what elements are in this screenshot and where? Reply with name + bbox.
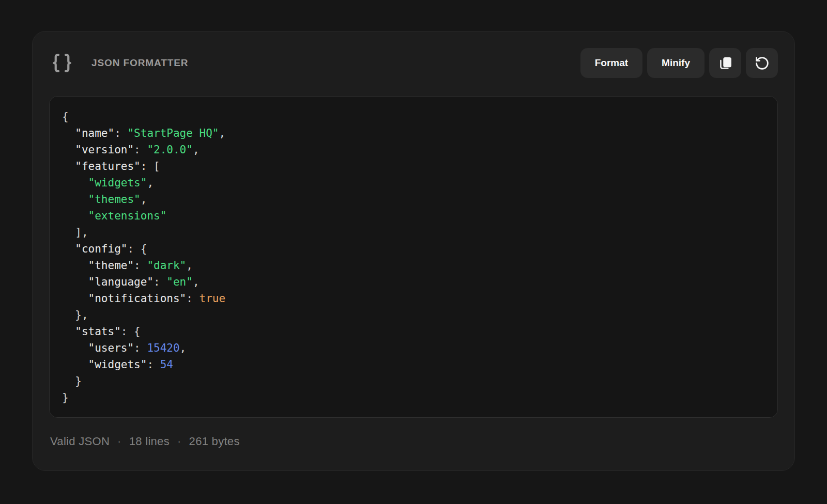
code-line: { bbox=[62, 108, 765, 125]
code-line: }, bbox=[62, 307, 765, 323]
format-button[interactable]: Format bbox=[580, 48, 642, 78]
code-line: } bbox=[62, 389, 765, 406]
braces-icon bbox=[51, 52, 73, 74]
code-line: "themes", bbox=[62, 191, 765, 208]
brand: JSON FORMATTER bbox=[51, 52, 188, 74]
formatter-card: JSON FORMATTER Format Minify bbox=[32, 31, 795, 471]
status-byte-count: 261 bytes bbox=[189, 435, 240, 448]
status-line-count: 18 lines bbox=[129, 435, 170, 448]
code-line: "widgets": 54 bbox=[62, 356, 765, 373]
status-validity: Valid JSON bbox=[50, 435, 110, 448]
reset-button[interactable] bbox=[746, 48, 778, 78]
code-line: "stats": { bbox=[62, 323, 765, 340]
code-line: } bbox=[62, 373, 765, 389]
status-bar: Valid JSON · 18 lines · 261 bytes bbox=[49, 435, 778, 448]
code-line: "widgets", bbox=[62, 175, 765, 191]
copy-button[interactable] bbox=[709, 48, 741, 78]
code-line: "name": "StartPage HQ", bbox=[62, 125, 765, 141]
status-separator: · bbox=[117, 435, 121, 448]
code-line: ], bbox=[62, 224, 765, 241]
json-editor[interactable]: { "name": "StartPage HQ", "version": "2.… bbox=[49, 96, 778, 418]
code-line: "users": 15420, bbox=[62, 340, 765, 356]
minify-button[interactable]: Minify bbox=[647, 48, 705, 78]
status-separator: · bbox=[177, 435, 181, 448]
code-line: "config": { bbox=[62, 241, 765, 257]
code-line: "features": [ bbox=[62, 158, 765, 175]
code-line: "extensions" bbox=[62, 208, 765, 224]
rotate-ccw-icon bbox=[755, 56, 770, 71]
header-actions: Format Minify bbox=[580, 48, 778, 78]
header-bar: JSON FORMATTER Format Minify bbox=[49, 48, 778, 78]
code-line: "language": "en", bbox=[62, 274, 765, 290]
copy-icon bbox=[718, 56, 733, 71]
page-title: JSON FORMATTER bbox=[91, 57, 188, 69]
code-line: "theme": "dark", bbox=[62, 257, 765, 274]
code-line: "notifications": true bbox=[62, 290, 765, 307]
code-content: { "name": "StartPage HQ", "version": "2.… bbox=[62, 108, 765, 406]
code-line: "version": "2.0.0", bbox=[62, 141, 765, 158]
